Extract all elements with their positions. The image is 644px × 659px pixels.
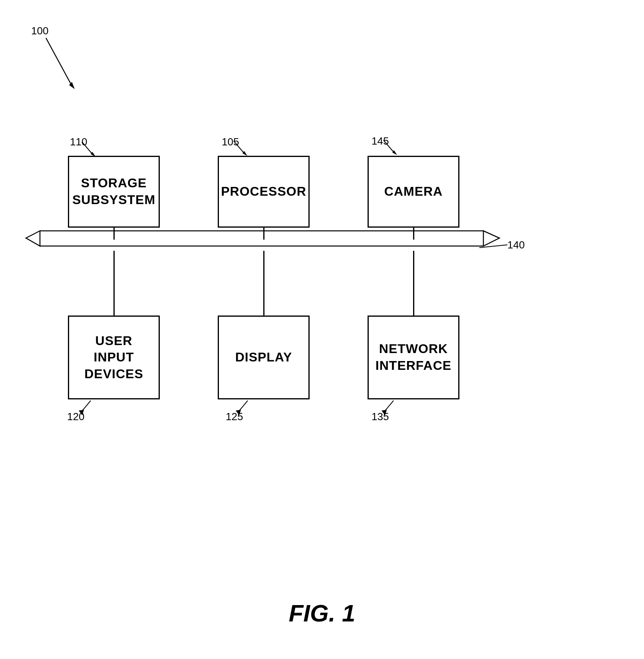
svg-marker-5 [26, 231, 40, 246]
display-label: DISPLAY [235, 349, 292, 366]
arrow-140-svg [477, 239, 513, 251]
arrow-100-svg [34, 34, 94, 102]
connector-processor-top [263, 228, 264, 240]
user-input-label: USERINPUTDEVICES [84, 333, 143, 383]
arrow-135 [380, 399, 403, 417]
figure-caption: FIG. 1 [289, 599, 356, 627]
arrow-110 [78, 140, 102, 160]
svg-line-7 [479, 245, 507, 248]
connector-processor-bottom [263, 251, 264, 316]
arrow-145 [380, 138, 403, 159]
user-input-box: USERINPUTDEVICES [68, 316, 160, 399]
camera-label: CAMERA [384, 183, 443, 200]
storage-label: STORAGESUBSYSTEM [72, 175, 155, 208]
connector-storage-bottom [113, 251, 115, 316]
connector-camera-top [413, 228, 414, 240]
camera-box: CAMERA [368, 156, 459, 228]
processor-box: PROCESSOR [218, 156, 310, 228]
connector-camera-bottom [413, 251, 414, 316]
svg-marker-17 [236, 410, 241, 415]
arrow-125 [234, 399, 258, 417]
svg-line-12 [384, 140, 395, 153]
storage-box: STORAGESUBSYSTEM [68, 156, 160, 228]
network-label: NETWORKINTERFACE [376, 341, 451, 374]
svg-line-8 [82, 142, 93, 155]
arrow-120 [77, 399, 101, 417]
display-box: DISPLAY [218, 316, 310, 399]
svg-line-0 [46, 38, 72, 86]
diagram: 100 140 STORAGESUBSYSTEM [0, 0, 644, 659]
svg-line-10 [234, 141, 245, 154]
svg-marker-15 [79, 410, 84, 415]
svg-marker-19 [382, 410, 387, 415]
connector-storage-top [113, 228, 115, 240]
network-box: NETWORKINTERFACE [368, 316, 459, 399]
svg-rect-2 [40, 231, 483, 246]
arrow-105 [230, 139, 254, 160]
processor-label: PROCESSOR [221, 183, 306, 200]
